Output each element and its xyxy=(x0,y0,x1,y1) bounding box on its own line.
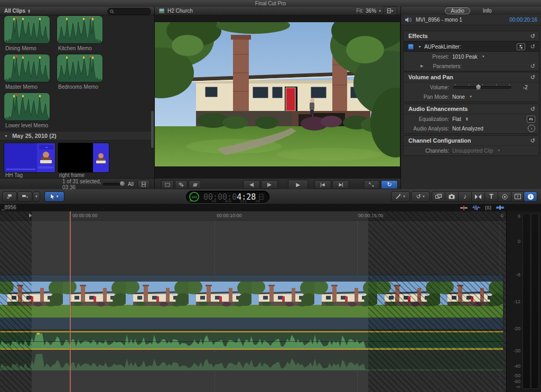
volume-slider[interactable] xyxy=(453,86,511,89)
inspector-clip-duration: 00:00:20:16 xyxy=(509,17,537,23)
clip-thumbnail-right-frame[interactable] xyxy=(58,143,109,172)
meter-scale-label: -60 xyxy=(509,379,520,384)
browser-scrollbar[interactable] xyxy=(151,111,154,148)
channel-configuration-section: Channel Configuration ↺ Channels: Unsupp… xyxy=(403,135,539,156)
clip-thumbnail-hh-tag[interactable]: ♪♪ xyxy=(4,143,55,172)
clip-label: Master Memo xyxy=(5,84,38,90)
transitions-browser-button[interactable] xyxy=(472,191,485,202)
step-forward-button[interactable]: ▶ xyxy=(261,180,278,189)
camera-icon xyxy=(449,194,455,199)
disclosure-triangle-icon[interactable]: ▶ xyxy=(421,64,423,68)
main-toolbar: ▼ ▼ 100 % 00:00:04:28 HRMINSECFR ▼ ↺ ▼ xyxy=(0,189,541,204)
tab-audio[interactable]: Audio xyxy=(445,7,470,14)
enhancements-button[interactable]: ▼ xyxy=(391,191,410,202)
clip-thumbnail-bedrooms-memo[interactable] xyxy=(57,54,102,82)
go-to-start-button[interactable]: ◀ xyxy=(314,180,331,189)
skimming-toggle-icon[interactable] xyxy=(460,206,468,210)
music-browser-button[interactable]: ♪ xyxy=(459,191,472,202)
effects-browser-button[interactable] xyxy=(432,191,445,202)
reset-icon[interactable]: ↺ xyxy=(530,44,535,49)
viewer-clip-title: H2 Church xyxy=(167,8,193,14)
effect-row-aupeaklimiter[interactable]: ▼ AUPeakLimiter: ↺ xyxy=(404,41,539,52)
thumbnail-duration-slider[interactable] xyxy=(103,183,124,185)
ruler-label: 0 xyxy=(501,213,503,218)
edit-options-chevron[interactable]: ▼ xyxy=(33,191,40,202)
generators-browser-button[interactable]: T xyxy=(511,191,525,202)
project-tab[interactable]: _8956 xyxy=(2,204,16,210)
equalization-value[interactable]: Flat xyxy=(452,116,461,122)
equalizer-icon[interactable] xyxy=(527,116,535,123)
clip-thumbnail-lower-level-memo[interactable] xyxy=(4,93,50,120)
effect-controls-icon[interactable] xyxy=(517,43,525,50)
duration-all-label: All xyxy=(128,181,134,187)
viewer-panel: H2 Church Fit: 36% ▼ ▼ xyxy=(155,7,401,189)
pan-mode-row: Pan Mode: None ▼ xyxy=(404,92,539,101)
pan-mode-value[interactable]: None xyxy=(452,94,465,100)
meter-scale-label: -40 xyxy=(509,363,520,369)
transform-button[interactable] xyxy=(161,180,174,189)
disclosure-triangle-icon[interactable]: ▼ xyxy=(4,134,8,138)
effect-enable-checkbox[interactable] xyxy=(408,44,414,50)
event-section-header[interactable]: ▼ May 25, 2010 (2) xyxy=(0,131,154,141)
loop-playback-button[interactable]: ↻ xyxy=(381,180,398,189)
zoom-dropdown-icon[interactable]: ▼ xyxy=(378,10,381,13)
volume-value[interactable]: -2 xyxy=(523,85,528,90)
clip-filter-popup[interactable]: All Clips xyxy=(4,8,25,14)
audio-skimming-toggle-icon[interactable] xyxy=(472,205,480,210)
reset-icon[interactable]: ↺ xyxy=(530,138,535,143)
section-title: Audio Enhancements xyxy=(408,106,468,112)
inspector-clip-name: MVI_8956 - mono 1 xyxy=(416,17,462,23)
viewer-display-options-button[interactable]: ▼ xyxy=(384,6,397,15)
timeline-panel[interactable]: 00:00:05:00 00:00:10:00 00:00:15:00 0 xyxy=(0,211,506,392)
waveform-display-toggle[interactable] xyxy=(137,180,150,189)
viewer-video-frame[interactable] xyxy=(155,22,400,166)
photos-browser-button[interactable] xyxy=(445,191,459,202)
chevron-down-icon[interactable]: ▼ xyxy=(469,95,472,98)
timeline-ruler[interactable]: 00:00:05:00 00:00:10:00 00:00:15:00 0 xyxy=(0,211,506,221)
clip-thumbnail-dining-memo[interactable] xyxy=(4,16,50,43)
volume-row: Volume: -2 xyxy=(404,82,539,92)
audio-meters-panel[interactable]: 6 0 -6 -12 -20 -30 -40 -50 -60 -∞ xyxy=(506,211,541,392)
play-button[interactable]: ▶ xyxy=(288,180,308,190)
playhead[interactable] xyxy=(70,211,71,392)
timeline-video-clip[interactable] xyxy=(0,275,503,329)
append-clip-button[interactable] xyxy=(17,191,32,202)
search-input[interactable] xyxy=(107,8,151,15)
titles-browser-button[interactable]: T xyxy=(485,191,498,202)
distort-button[interactable] xyxy=(189,180,201,189)
clip-thumbnail-master-memo[interactable] xyxy=(4,54,50,82)
reset-icon[interactable]: ↺ xyxy=(530,63,535,69)
final-cut-pro-window: Final Cut Pro All Clips ▲▼ Dining Memo K… xyxy=(0,0,541,392)
crop-button[interactable] xyxy=(175,180,188,189)
themes-browser-button[interactable] xyxy=(498,191,511,202)
zoom-level-value[interactable]: 36% xyxy=(366,8,376,14)
clip-thumbnail-kitchen-memo[interactable] xyxy=(57,16,102,43)
step-backward-button[interactable]: ◀ xyxy=(243,180,260,189)
connect-clip-button[interactable] xyxy=(2,191,17,202)
solo-toggle-icon[interactable]: (S) xyxy=(485,205,491,210)
select-tool-button[interactable]: ▼ xyxy=(44,191,64,202)
meter-scale-label: -12 xyxy=(509,299,520,304)
filter-stepper-icon[interactable]: ▲▼ xyxy=(27,9,31,13)
show-analysis-icon[interactable]: › xyxy=(528,125,535,132)
preset-value[interactable]: 1010 Peak xyxy=(452,54,478,60)
disclosure-triangle-icon[interactable]: ▼ xyxy=(418,45,422,49)
section-title: Volume and Pan xyxy=(408,74,453,80)
go-to-end-button[interactable]: ▶ xyxy=(332,180,349,189)
timeline-audio-component-selected[interactable] xyxy=(0,331,503,350)
timeline-audio-component-2[interactable] xyxy=(0,353,503,370)
reset-icon[interactable]: ↺ xyxy=(530,106,535,111)
tab-info[interactable]: Info xyxy=(478,8,497,14)
fullscreen-button[interactable] xyxy=(363,180,379,189)
chevron-down-icon[interactable]: ▼ xyxy=(482,55,485,58)
media-browsers-group: ♪ T T xyxy=(432,191,525,202)
snapping-toggle-icon[interactable] xyxy=(496,205,504,210)
channels-value: Unsupported Clip xyxy=(452,148,493,154)
slider-knob[interactable] xyxy=(120,181,125,186)
reset-icon[interactable]: ↺ xyxy=(530,74,535,80)
stepper-icon[interactable]: ▲▼ xyxy=(465,117,469,121)
retime-button[interactable]: ↺ ▼ xyxy=(411,191,430,202)
audio-volume-line[interactable] xyxy=(0,341,503,342)
inspector-toggle-button[interactable]: i xyxy=(524,191,537,202)
reset-icon[interactable]: ↺ xyxy=(530,33,535,39)
